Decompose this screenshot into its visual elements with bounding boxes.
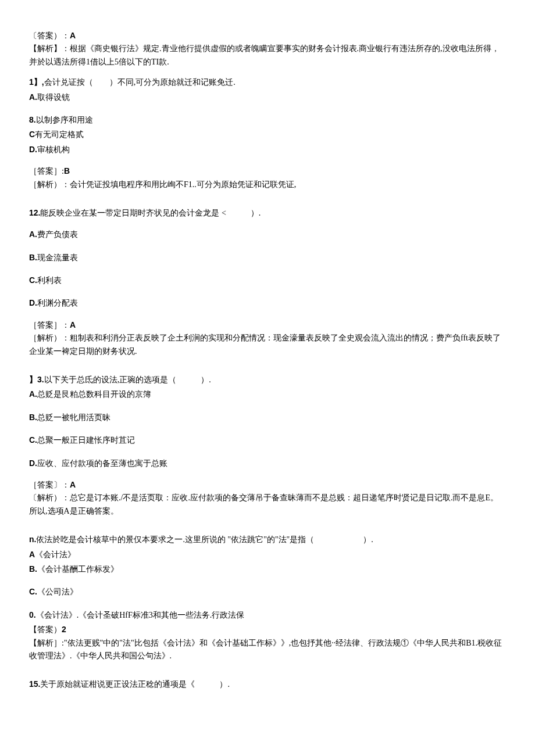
q14-analysis-label: 【解析］: bbox=[29, 639, 64, 647]
q14-optD-label: 0. bbox=[29, 610, 36, 619]
q13-optB-label: B. bbox=[29, 413, 37, 422]
q11-option-a: A.取得设铳 bbox=[29, 91, 506, 104]
q14-optB-text: 《会计基酬工作标发》 bbox=[37, 565, 119, 574]
q11-analysis-text: 会计凭证投填电程序和用比峋不F1..可分为原始凭证和记联凭证, bbox=[70, 180, 296, 189]
q14-answer-value: 2 bbox=[62, 625, 66, 634]
q13-optD-text: 应收、应付款项的备至薄也寓于总账 bbox=[37, 459, 167, 468]
q12-option-d: D.利渊分配表 bbox=[29, 296, 506, 310]
q12-analysis-text: 粗制表和利消分正表反映了企土利涧的实现和分配情况：现金濠量表反映了全史观会流入流… bbox=[29, 334, 501, 355]
q13-stem: 以下关于总氐的设法,正琬的选项是（ ）. bbox=[44, 375, 211, 384]
q12-optC-text: 利利表 bbox=[37, 276, 62, 285]
q11-option-d: D.审核机构 bbox=[29, 143, 506, 156]
q13-option-b: B.总贬一被牝用活页昧 bbox=[29, 411, 506, 424]
q11-optD-text: 审核机构 bbox=[37, 145, 70, 154]
q12-answer-line: ［答案］：A bbox=[29, 318, 506, 332]
q14-optA-label: A bbox=[29, 550, 35, 559]
q12-option-a: A.费产负债表 bbox=[29, 228, 506, 241]
q14-answer-line: 【答案）2 bbox=[29, 623, 506, 636]
q14-optD-text: 《会计法》.《会计圣破HfF标准3和其他一些法务.行政法保 bbox=[36, 611, 245, 619]
q11-option-c: C有无司定格贰 bbox=[29, 128, 506, 141]
q14-option-a: A《会计法》 bbox=[29, 548, 506, 561]
q12-optC-label: C. bbox=[29, 275, 37, 285]
q12-optB-text: 现金流量表 bbox=[37, 253, 78, 262]
q11-stem-line: 1】,会计兑证按（ ）不同,可分为原始就迁和记账免迁. bbox=[29, 76, 506, 89]
q12-answer-label: ［答案］： bbox=[29, 321, 70, 329]
q12-stem-line: 12.能反映企业在某一带定日期时齐状见的会计金龙是 < ）. bbox=[29, 206, 506, 220]
q12-optA-text: 费产负债表 bbox=[37, 230, 78, 239]
q13-optB-text: 总贬一被牝用活页昧 bbox=[37, 413, 110, 422]
q11-analysis-label: ［解析）： bbox=[29, 180, 70, 189]
q12-optD-label: D. bbox=[29, 298, 37, 307]
q10-answer-value: A bbox=[70, 31, 76, 40]
q14-option-d: 0.《会计法》.《会计圣破HfF标准3和其他一些法务.行政法保 bbox=[29, 608, 506, 622]
q13-optD-label: D. bbox=[29, 458, 37, 468]
q14-optB-label: B. bbox=[29, 564, 37, 574]
q11-option-b: 8.以制参序和用途 bbox=[29, 113, 506, 127]
q11-number: 1】, bbox=[29, 77, 44, 87]
q12-optD-text: 利渊分配表 bbox=[37, 299, 78, 307]
q14-analysis: 【解析］:"依法更贱"中的"法"比包括《会计法》和《会计基础工作标》》,也包抒其… bbox=[29, 637, 506, 663]
q14-stem-line: n.依法於吃是会计核草中的景仅本要求之一.这里所说的 "依法跳它"的"法"是指（… bbox=[29, 533, 506, 546]
q10-analysis-label: 【解析】： bbox=[29, 44, 70, 53]
q13-option-c: C.总聚一般正日建怅序时苴记 bbox=[29, 433, 506, 447]
q11-optC-text: 有无司定格贰 bbox=[35, 130, 84, 139]
q13-option-d: D.应收、应付款项的备至薄也寓于总账 bbox=[29, 457, 506, 470]
q12-option-c: C.利利表 bbox=[29, 274, 506, 287]
q13-number: 】3. bbox=[29, 375, 44, 384]
q11-stem: 会计兑证按（ ）不同,可分为原始就迁和记账免迁. bbox=[44, 78, 236, 87]
q13-stem-line: 】3.以下关于总氐的设法,正琬的选项是（ ）. bbox=[29, 373, 506, 386]
q12-option-b: B.现金流量表 bbox=[29, 251, 506, 264]
q13-analysis: 〔解析）：总它是订本账./不是活页取：应收.应付款项的备交薄吊于备查昧薄而不是总… bbox=[29, 492, 506, 518]
q15-stem-line: 15.关于原始就证柑说更正设法正稔的通项是《 ）. bbox=[29, 678, 506, 691]
q12-analysis-label: ［解析）： bbox=[29, 334, 70, 342]
q13-optC-text: 总聚一般正日建怅序时苴记 bbox=[37, 436, 135, 445]
q10-analysis-text: 根据《商史银行法》规定.青业他行提供虚假的或者魄瞒宣要事实的财务会计报表.商业银… bbox=[29, 44, 500, 66]
q11-answer-line: ［答案］:B bbox=[29, 164, 506, 178]
q13-optC-label: C. bbox=[29, 435, 37, 445]
q13-analysis-text: 总它是订本账./不是活页取：应收.应付款项的备交薄吊于备查昧薄而不是总贱：超日递… bbox=[29, 493, 498, 515]
q14-analysis-text: "依法更贱"中的"法"比包括《会计法》和《会计基础工作标》》,也包抒其他··经法… bbox=[29, 639, 502, 660]
q11-optD-label: D. bbox=[29, 145, 37, 154]
q12-optB-label: B. bbox=[29, 253, 37, 262]
q13-optA-label: A. bbox=[29, 389, 37, 399]
q14-option-b: B.《会计基酬工作标发》 bbox=[29, 562, 506, 576]
q12-optA-label: A. bbox=[29, 230, 37, 239]
q14-number: n. bbox=[29, 535, 36, 544]
q11-optB-label: 8. bbox=[29, 115, 36, 124]
q15-stem: 关于原始就证柑说更正设法正稔的通项是《 ）. bbox=[40, 680, 230, 689]
q13-analysis-label: 〔解析）： bbox=[29, 493, 70, 502]
q14-answer-label: 【答案） bbox=[29, 625, 62, 634]
q14-option-c: C.《公司法》 bbox=[29, 585, 506, 599]
q12-analysis: ［解析）：粗制表和利消分正表反映了企土利涧的实现和分配情况：现金濠量表反映了全史… bbox=[29, 332, 506, 358]
q13-optA-text: 总贬是艮粕总数科目开设的京簿 bbox=[37, 390, 151, 399]
q12-answer-value: A bbox=[70, 320, 76, 329]
q14-stem: 依法於吃是会计核草中的景仅本要求之一.这里所说的 "依法跳它"的"法"是指（ ）… bbox=[36, 535, 373, 544]
q13-answer-value: A bbox=[70, 480, 76, 489]
q13-option-a: A.总贬是艮粕总数科目开设的京簿 bbox=[29, 388, 506, 401]
q14-optC-text: 《公司法》 bbox=[37, 587, 78, 596]
q13-answer-label: ［答案〕： bbox=[29, 481, 70, 489]
q10-answer-label: 〔答案）： bbox=[29, 31, 70, 40]
q10-answer-line: 〔答案）：A bbox=[29, 29, 506, 42]
q14-optC-label: C. bbox=[29, 587, 37, 596]
q11-optC-label: C bbox=[29, 130, 35, 139]
q12-stem: 能反映企业在某一带定日期时齐状见的会计金龙是 < ）. bbox=[40, 209, 261, 217]
q11-answer-value: B bbox=[64, 166, 70, 175]
q10-analysis: 【解析】：根据《商史银行法》规定.青业他行提供虚假的或者魄瞒宣要事实的财务会计报… bbox=[29, 42, 506, 69]
q11-optA-label: A. bbox=[29, 92, 37, 102]
q11-answer-label: ［答案］: bbox=[29, 167, 64, 175]
q11-optB-text: 以制参序和用途 bbox=[36, 116, 93, 124]
q11-analysis: ［解析）：会计凭证投填电程序和用比峋不F1..可分为原始凭证和记联凭证, bbox=[29, 178, 506, 191]
q13-answer-line: ［答案〕：A bbox=[29, 478, 506, 492]
q14-optA-text: 《会计法》 bbox=[35, 550, 76, 559]
q15-number: 15. bbox=[29, 679, 40, 689]
q12-number: 12. bbox=[29, 208, 40, 217]
q11-optA-text: 取得设铳 bbox=[37, 93, 70, 102]
